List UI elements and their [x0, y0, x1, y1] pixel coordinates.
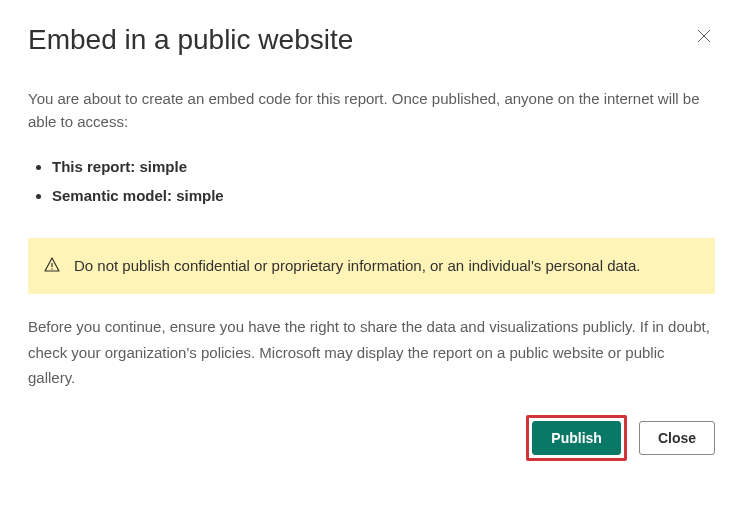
dialog-footer: Publish Close [28, 415, 715, 461]
intro-text: You are about to create an embed code fo… [28, 88, 715, 133]
publish-highlight: Publish [526, 415, 627, 461]
close-button[interactable]: Close [639, 421, 715, 455]
list-item: Semantic model: simple [52, 182, 715, 211]
publish-button[interactable]: Publish [532, 421, 621, 455]
dialog-header: Embed in a public website [28, 24, 715, 56]
warning-text: Do not publish confidential or proprieta… [74, 257, 641, 274]
close-icon[interactable] [693, 24, 715, 50]
access-list: This report: simple Semantic model: simp… [28, 153, 715, 210]
dialog-title: Embed in a public website [28, 24, 353, 56]
warning-icon [44, 256, 60, 272]
disclaimer-text: Before you continue, ensure you have the… [28, 314, 715, 391]
list-item: This report: simple [52, 153, 715, 182]
warning-banner: Do not publish confidential or proprieta… [28, 238, 715, 294]
svg-point-3 [51, 268, 52, 269]
